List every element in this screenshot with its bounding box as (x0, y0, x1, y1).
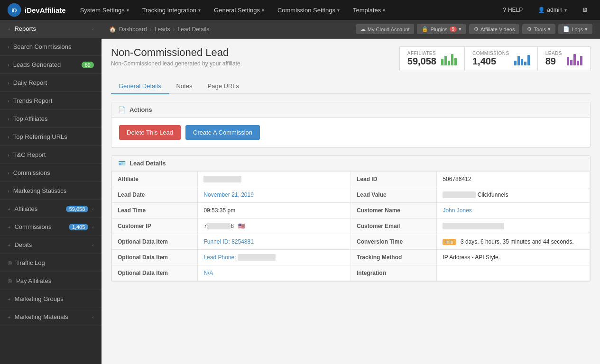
affiliate-label: Affiliate (112, 172, 198, 187)
actions-card: 📄 Actions Delete This Lead Create A Comm… (111, 102, 591, 148)
plugins-badge: 9 (450, 27, 457, 32)
stat-affiliates: AFFILIATES 59,058 (399, 46, 465, 71)
caret-icon: ▾ (548, 26, 551, 32)
nav-admin[interactable]: 👤 admin ▾ (531, 0, 573, 20)
top-navigation: iD iDevAffiliate System Settings ▾ Track… (0, 0, 600, 20)
sidebar-item-daily-report[interactable]: › Daily Report (0, 74, 102, 92)
nav-templates[interactable]: Templates ▾ (346, 0, 392, 20)
commissions-badge: 1,405 (69, 224, 89, 230)
sidebar-item-traffic-log[interactable]: ◎ Traffic Log (0, 254, 102, 272)
stat-leads: LEADS 89 (538, 46, 591, 71)
home-icon: 🏠 (109, 26, 116, 33)
nav-tracking-integration[interactable]: Tracking Integration ▾ (136, 0, 207, 20)
sidebar-item-search-commissions[interactable]: › Search Commissions (0, 38, 102, 56)
stat-commissions-chart (514, 52, 530, 65)
customer-email-label: Customer Email (351, 218, 436, 234)
sidebar-item-trends-report[interactable]: › Trends Report (0, 92, 102, 110)
nav-system-settings[interactable]: System Settings ▾ (74, 0, 136, 20)
nav-general-settings[interactable]: General Settings ▾ (207, 0, 271, 20)
page-title-block: Non-Commissioned Lead Non-Commissioned l… (111, 46, 399, 67)
id-icon: 🪪 (118, 160, 126, 167)
affiliate-videos-button[interactable]: ⚙ Affiliate Videos (469, 24, 519, 34)
circle-icon: ◎ (8, 260, 12, 266)
actions-row: Delete This Lead Create A Commission (119, 125, 582, 140)
sidebar-item-affiliates[interactable]: + Affiliates 59,058 ‹ (0, 200, 102, 218)
lead-date-value: November 21, 2019 (198, 187, 351, 203)
sidebar-item-top-referring-urls[interactable]: › Top Referring URLs (0, 128, 102, 146)
conversion-time-label: Conversion Time (351, 234, 436, 250)
sidebar-item-debits[interactable]: + Debits ‹ (0, 236, 102, 254)
plugins-button[interactable]: 🔒 Plugins 9 ▾ (417, 24, 466, 34)
plus-icon: + (8, 224, 10, 230)
subheader-actions: ☁ My Cloud Account 🔒 Plugins 9 ▾ ⚙ Affil… (356, 24, 592, 34)
customer-name-label: Customer Name (351, 203, 436, 218)
sidebar-item-commissions-section[interactable]: + Commissions 1,405 ‹ (0, 218, 102, 236)
arrow-icon: › (8, 98, 9, 104)
arrow-icon: › (8, 80, 9, 86)
plus-icon: + (8, 296, 10, 302)
optional-data-1-value: Funnel ID: 8254881 (198, 234, 351, 250)
caret-icon: ▾ (262, 8, 264, 13)
stat-affiliates-chart (441, 52, 457, 65)
chevron-right-icon: ‹ (92, 242, 94, 248)
affiliates-badge: 59,058 (66, 206, 89, 212)
tab-general-details[interactable]: General Details (111, 79, 169, 94)
tools-button[interactable]: ⚙ Tools ▾ (522, 24, 555, 34)
sidebar-item-tc-report[interactable]: › T&C Report (0, 146, 102, 164)
page-subtitle: Non-Commissioned lead generated by your … (111, 60, 399, 67)
logs-button[interactable]: 📄 Logs ▾ (558, 24, 592, 34)
stat-commissions-value: 1,405 (472, 56, 509, 67)
caret-icon: ▾ (564, 8, 567, 13)
sidebar-item-top-affiliates[interactable]: › Top Affiliates (0, 110, 102, 128)
lead-time-label: Lead Time (112, 203, 198, 218)
tools-icon: ⚙ (527, 26, 532, 32)
table-row: Customer IP 7█████8 🇺🇸 Customer Email ██… (112, 218, 590, 234)
brand-name: iDevAffiliate (25, 6, 66, 14)
gear-icon: ⚙ (474, 26, 479, 32)
customer-ip-label: Customer IP (112, 218, 198, 234)
nav-commission-settings[interactable]: Commission Settings ▾ (271, 0, 346, 20)
sidebar-item-reports[interactable]: + Reports ‹ (0, 20, 102, 38)
caret-icon: ▾ (337, 8, 340, 13)
tracking-method-value: IP Address - API Style (437, 250, 590, 265)
affiliate-value: ████████ (198, 172, 351, 187)
tab-page-urls[interactable]: Page URLs (200, 79, 247, 94)
my-cloud-account-button[interactable]: ☁ My Cloud Account (356, 24, 415, 34)
lead-details-card: 🪪 Lead Details Affiliate ████████ Lead I… (111, 155, 591, 282)
arrow-icon: › (8, 116, 9, 122)
sidebar-item-pay-affiliates[interactable]: ◎ Pay Affiliates (0, 272, 102, 290)
stat-leads-value: 89 (545, 56, 562, 67)
create-commission-button[interactable]: Create A Commission (185, 125, 260, 140)
sidebar: + Reports ‹ › Search Commissions › Leads… (0, 20, 102, 364)
file-icon: 📄 (563, 26, 570, 32)
subheader-bar: 🏠 Dashboard › Leads › Lead Details ☁ My … (102, 20, 600, 39)
breadcrumb-dashboard[interactable]: Dashboard (119, 26, 147, 33)
nav-right-actions: ? HELP 👤 admin ▾ 🖥 (496, 0, 600, 20)
sidebar-item-marketing-materials[interactable]: + Marketing Materials ‹ (0, 308, 102, 326)
cloud-icon: ☁ (360, 26, 366, 32)
stat-affiliates-value: 59,058 (407, 56, 436, 67)
svg-text:iD: iD (12, 8, 17, 13)
sidebar-item-leads-generated[interactable]: › Leads Generated 89 (0, 56, 102, 74)
sidebar-item-commissions[interactable]: › Commissions (0, 164, 102, 182)
integration-label: Integration (351, 265, 436, 281)
delete-lead-button[interactable]: Delete This Lead (119, 125, 181, 140)
breadcrumb-current: Lead Details (177, 26, 209, 33)
stat-commissions: COMMISSIONS 1,405 (465, 46, 538, 71)
caret-icon: ▾ (585, 26, 588, 32)
nav-monitor[interactable]: 🖥 (575, 0, 594, 20)
page-header: Non-Commissioned Lead Non-Commissioned l… (111, 46, 591, 71)
tab-notes[interactable]: Notes (169, 79, 200, 94)
breadcrumb-leads[interactable]: Leads (155, 26, 170, 33)
nav-help[interactable]: ? HELP (496, 0, 529, 20)
caret-icon: ▾ (383, 8, 385, 13)
sidebar-item-marketing-statistics[interactable]: › Marketing Statistics (0, 182, 102, 200)
brand-logo-area[interactable]: iD iDevAffiliate (0, 3, 74, 17)
page-title: Non-Commissioned Lead (111, 46, 399, 59)
conversion-time-value: info 3 days, 6 hours, 35 minutes and 44 … (437, 234, 590, 250)
caret-icon: ▾ (459, 26, 462, 32)
tab-bar: General Details Notes Page URLs (111, 79, 591, 94)
lead-time-value: 09:53:35 pm (198, 203, 351, 218)
sidebar-item-marketing-groups[interactable]: + Marketing Groups (0, 290, 102, 308)
optional-data-3-value: N/A (198, 265, 351, 281)
